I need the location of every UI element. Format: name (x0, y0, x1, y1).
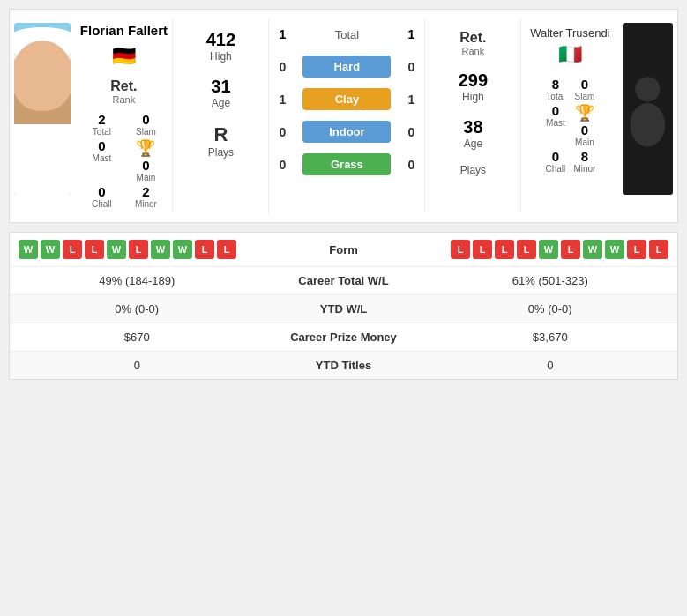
courts-section: 1 Total 1 0 Hard 0 1 Clay 1 0 Indoor 0 0 (269, 19, 424, 213)
stats-row: 0 YTD Titles 0 (10, 351, 677, 379)
clay-score-right: 1 (398, 93, 424, 107)
stat-row-label: YTD Titles (256, 359, 432, 372)
left-rank-block: Ret. Rank (110, 78, 137, 105)
hard-badge: Hard (302, 56, 391, 78)
court-grass-row: 0 Grass 0 (269, 153, 424, 175)
right-player-stats: Walter Trusendi 🇮🇹 8 Total 0 Slam 0 Mast (521, 19, 618, 213)
form-badge-right: L (561, 240, 580, 259)
left-high-value: 412 (206, 30, 235, 50)
right-rank-block: Ret. Rank (459, 30, 486, 56)
left-total-val: 2 (98, 112, 105, 127)
trophy-icon-right: 🏆 (575, 103, 594, 122)
stat-val-left: 0% (0-0) (19, 302, 256, 315)
court-hard-row: 0 Hard 0 (269, 56, 424, 78)
left-slam-val: 0 (142, 112, 149, 127)
bottom-stats-section: WWLLWLWWLL Form LLLLWLWWLL 49% (184-189)… (9, 232, 678, 380)
right-high-label: High (462, 91, 484, 103)
stats-rows-container: 49% (184-189) Career Total W/L 61% (501-… (10, 266, 677, 379)
left-slam-block: 0 Slam (127, 112, 164, 137)
right-slam-lbl: Slam (575, 92, 595, 101)
hard-score-left: 0 (269, 60, 295, 74)
total-score-right: 1 (398, 27, 424, 41)
left-chall-val: 0 (98, 184, 105, 199)
stat-row-label: Career Prize Money (256, 330, 432, 344)
left-trophy-icon-block: 🏆 0 Main (127, 138, 164, 182)
left-mast-block: 0 Mast (83, 138, 120, 182)
trophy-icon-left: 🏆 (136, 138, 155, 158)
stat-val-right: $3,670 (432, 330, 669, 344)
left-mast-lbl: Mast (93, 153, 112, 163)
left-stats-grid: 2 Total 0 Slam 0 Mast 🏆 0 Main 0 (79, 112, 168, 209)
right-mast-block: 0 Mast (544, 103, 566, 147)
right-stats-grid: 8 Total 0 Slam 0 Mast 🏆 0 Main (541, 77, 599, 174)
court-indoor-row: 0 Indoor 0 (269, 121, 424, 143)
grass-score-right: 0 (398, 158, 424, 172)
left-player-photo (14, 23, 71, 195)
stat-val-left: $670 (19, 330, 256, 344)
right-minor-block: 8 Minor (573, 149, 595, 174)
left-mast-val: 0 (98, 138, 105, 153)
form-badge-left: L (217, 240, 236, 259)
right-chall-val: 0 (552, 149, 559, 164)
indoor-badge: Indoor (302, 121, 391, 143)
left-plays-value: R (213, 123, 228, 146)
right-player-flag: 🇮🇹 (558, 43, 582, 66)
right-rank-label: Rank (462, 46, 485, 56)
left-main-val: 0 (142, 158, 149, 173)
form-badge-left: L (129, 240, 148, 259)
form-badge-left: L (63, 240, 82, 259)
left-total-lbl: Total (93, 127, 111, 137)
right-player-photo (623, 23, 673, 195)
form-badge-right: L (473, 240, 492, 259)
form-badge-right: L (517, 240, 536, 259)
form-badge-left: W (151, 240, 170, 259)
right-age-label: Age (464, 137, 482, 150)
right-chall-block: 0 Chall (544, 149, 566, 174)
right-total-block: 8 Total (544, 77, 566, 101)
left-slam-lbl: Slam (136, 127, 156, 137)
grass-badge: Grass (302, 153, 391, 175)
left-age-label: Age (212, 97, 230, 109)
grass-score-left: 0 (269, 158, 295, 172)
right-total-lbl: Total (546, 92, 564, 101)
left-high-block: 412 High (206, 30, 235, 63)
right-slam-block: 0 Slam (573, 77, 595, 101)
right-total-val: 8 (552, 77, 559, 92)
svg-point-0 (636, 77, 661, 101)
form-badges-left: WWLLWLWWLL (19, 240, 291, 259)
left-rank-label: Rank (113, 94, 136, 105)
left-main-lbl: Main (137, 173, 156, 182)
right-high-block: 299 High (459, 71, 488, 103)
left-minor-lbl: Minor (135, 199, 157, 209)
total-score-left: 1 (269, 27, 295, 41)
left-chall-lbl: Chall (92, 199, 112, 209)
stat-val-right: 0 (432, 359, 669, 372)
svg-point-1 (631, 102, 666, 146)
hard-score-right: 0 (398, 60, 424, 74)
right-plays-label: Plays (460, 164, 486, 176)
stat-val-right: 0% (0-0) (432, 302, 669, 315)
form-badge-right: L (451, 240, 470, 259)
form-badge-left: W (41, 240, 60, 259)
right-age-value: 38 (463, 117, 482, 137)
indoor-score-left: 0 (269, 125, 295, 139)
form-badge-right: L (649, 240, 668, 259)
total-row: 1 Total 1 (269, 27, 424, 41)
form-row: WWLLWLWWLL Form LLLLWLWWLL (10, 233, 677, 266)
left-high-label: High (210, 50, 232, 63)
total-label: Total (302, 28, 391, 41)
stat-val-right: 61% (501-323) (432, 274, 669, 287)
stats-row: 0% (0-0) YTD W/L 0% (0-0) (10, 294, 677, 323)
main-container: Florian Fallert 🇩🇪 Ret. Rank 2 Total 0 S… (0, 9, 687, 380)
form-badge-right: L (627, 240, 646, 259)
stat-val-left: 0 (19, 359, 256, 372)
stat-row-label: Career Total W/L (256, 274, 432, 287)
form-badge-left: W (107, 240, 126, 259)
form-label: Form (291, 243, 397, 256)
indoor-score-right: 0 (398, 125, 424, 139)
stats-row: 49% (184-189) Career Total W/L 61% (501-… (10, 266, 677, 294)
right-minor-lbl: Minor (573, 164, 595, 174)
left-middle-stats: 412 High 31 Age R Plays (172, 19, 269, 213)
right-middle-stats: Ret. Rank 299 High 38 Age Plays (424, 19, 521, 213)
right-high-value: 299 (459, 71, 488, 91)
